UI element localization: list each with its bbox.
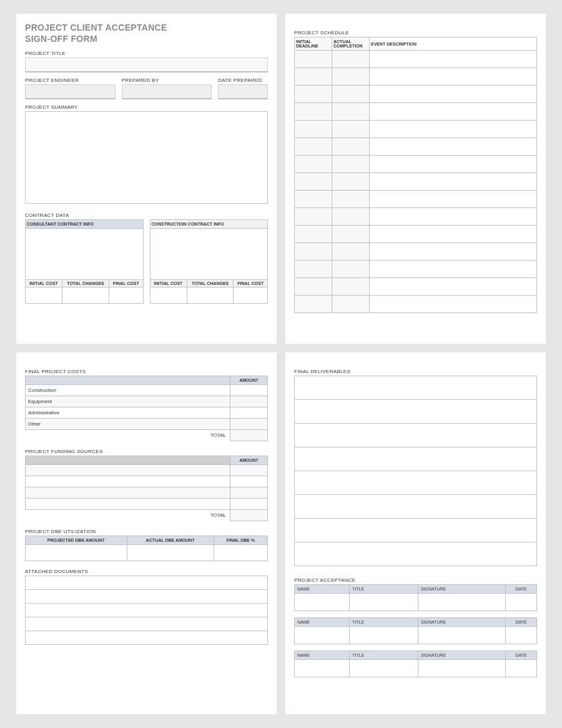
acceptance-date-value[interactable] bbox=[506, 660, 537, 677]
attached-document-row[interactable] bbox=[26, 617, 268, 631]
schedule-initial-deadline[interactable] bbox=[295, 156, 332, 173]
funding-source-label[interactable] bbox=[26, 476, 230, 487]
schedule-initial-deadline[interactable] bbox=[295, 208, 332, 226]
schedule-actual-completion[interactable] bbox=[332, 261, 370, 278]
schedule-event-description[interactable] bbox=[370, 261, 537, 278]
cost-row-amount[interactable] bbox=[230, 419, 268, 430]
schedule-initial-deadline[interactable] bbox=[295, 51, 332, 68]
schedule-actual-completion[interactable] bbox=[332, 173, 370, 191]
cost-row-amount[interactable] bbox=[230, 407, 268, 419]
schedule-actual-completion[interactable] bbox=[332, 296, 370, 313]
funding-total-value[interactable] bbox=[230, 510, 268, 521]
schedule-initial-deadline[interactable] bbox=[295, 173, 332, 191]
schedule-actual-completion[interactable] bbox=[332, 86, 370, 103]
acceptance-signature-value[interactable] bbox=[418, 594, 506, 611]
cost-row-amount[interactable] bbox=[230, 396, 268, 407]
schedule-actual-completion[interactable] bbox=[332, 208, 370, 226]
schedule-event-description[interactable] bbox=[370, 278, 537, 296]
attached-document-row[interactable] bbox=[26, 631, 268, 645]
deliverable-row[interactable] bbox=[295, 424, 537, 447]
schedule-event-description[interactable] bbox=[370, 86, 537, 103]
schedule-actual-completion[interactable] bbox=[332, 191, 370, 208]
schedule-actual-completion[interactable] bbox=[332, 51, 370, 68]
construction-initial-cost[interactable] bbox=[150, 287, 187, 304]
schedule-actual-completion[interactable] bbox=[332, 226, 370, 243]
schedule-actual-completion[interactable] bbox=[332, 103, 370, 121]
deliverable-row[interactable] bbox=[295, 376, 537, 400]
schedule-initial-deadline[interactable] bbox=[295, 261, 332, 278]
deliverable-row[interactable] bbox=[295, 495, 537, 519]
funding-source-amount[interactable] bbox=[230, 499, 268, 510]
schedule-event-description[interactable] bbox=[370, 191, 537, 208]
funding-source-label[interactable] bbox=[26, 499, 230, 510]
schedule-event-description[interactable] bbox=[370, 243, 537, 261]
attached-document-row[interactable] bbox=[26, 590, 268, 604]
acceptance-signature-value[interactable] bbox=[418, 627, 506, 644]
schedule-initial-deadline[interactable] bbox=[295, 296, 332, 313]
acceptance-name-value[interactable] bbox=[295, 660, 350, 677]
schedule-initial-deadline[interactable] bbox=[295, 243, 332, 261]
acceptance-title-value[interactable] bbox=[350, 660, 418, 677]
schedule-actual-completion[interactable] bbox=[332, 243, 370, 261]
cost-row-amount[interactable] bbox=[230, 385, 268, 396]
schedule-initial-deadline[interactable] bbox=[295, 138, 332, 156]
acceptance-title-value[interactable] bbox=[350, 627, 418, 644]
schedule-event-description[interactable] bbox=[370, 103, 537, 121]
schedule-event-description[interactable] bbox=[370, 226, 537, 243]
schedule-actual-completion[interactable] bbox=[332, 121, 370, 138]
attached-document-row[interactable] bbox=[26, 604, 268, 617]
schedule-event-description[interactable] bbox=[370, 138, 537, 156]
prepared-by-input[interactable] bbox=[122, 84, 212, 99]
acceptance-date-value[interactable] bbox=[506, 627, 537, 644]
schedule-actual-completion[interactable] bbox=[332, 278, 370, 296]
acceptance-name-value[interactable] bbox=[295, 594, 350, 611]
deliverable-row[interactable] bbox=[295, 471, 537, 495]
schedule-initial-deadline[interactable] bbox=[295, 278, 332, 296]
schedule-event-description[interactable] bbox=[370, 173, 537, 191]
consultant-info-cell[interactable] bbox=[26, 229, 144, 280]
projected-dbe-value[interactable] bbox=[26, 545, 127, 561]
schedule-actual-completion[interactable] bbox=[332, 68, 370, 86]
acceptance-name-value[interactable] bbox=[295, 627, 350, 644]
schedule-event-description[interactable] bbox=[370, 208, 537, 226]
deliverable-row[interactable] bbox=[295, 447, 537, 471]
acceptance-signature-value[interactable] bbox=[418, 660, 506, 677]
consultant-total-changes[interactable] bbox=[62, 287, 109, 304]
project-engineer-input[interactable] bbox=[25, 84, 116, 99]
costs-total-value[interactable] bbox=[230, 430, 268, 441]
schedule-event-description[interactable] bbox=[370, 121, 537, 138]
schedule-initial-deadline[interactable] bbox=[295, 68, 332, 86]
acceptance-title-value[interactable] bbox=[350, 594, 418, 611]
project-summary-input[interactable] bbox=[25, 111, 268, 204]
funding-source-amount[interactable] bbox=[230, 487, 268, 499]
deliverable-row[interactable] bbox=[295, 542, 537, 566]
schedule-initial-deadline[interactable] bbox=[295, 191, 332, 208]
attached-document-row[interactable] bbox=[26, 576, 268, 590]
funding-source-amount[interactable] bbox=[230, 476, 268, 487]
project-title-input[interactable] bbox=[25, 57, 268, 72]
schedule-initial-deadline[interactable] bbox=[295, 121, 332, 138]
funding-source-label[interactable] bbox=[26, 487, 230, 499]
schedule-event-description[interactable] bbox=[370, 51, 537, 68]
schedule-initial-deadline[interactable] bbox=[295, 226, 332, 243]
deliverable-row[interactable] bbox=[295, 519, 537, 542]
schedule-event-description[interactable] bbox=[370, 68, 537, 86]
deliverable-row[interactable] bbox=[295, 400, 537, 424]
construction-total-changes[interactable] bbox=[187, 287, 234, 304]
schedule-initial-deadline[interactable] bbox=[295, 103, 332, 121]
schedule-actual-completion[interactable] bbox=[332, 156, 370, 173]
construction-info-cell[interactable] bbox=[150, 229, 268, 280]
acceptance-date-value[interactable] bbox=[506, 594, 537, 611]
consultant-final-cost[interactable] bbox=[109, 287, 143, 304]
schedule-actual-completion[interactable] bbox=[332, 138, 370, 156]
final-dbe-pct-value[interactable] bbox=[214, 545, 267, 561]
construction-final-cost[interactable] bbox=[234, 287, 268, 304]
schedule-event-description[interactable] bbox=[370, 156, 537, 173]
schedule-event-description[interactable] bbox=[370, 296, 537, 313]
actual-dbe-value[interactable] bbox=[127, 545, 214, 561]
date-prepared-input[interactable] bbox=[218, 84, 268, 99]
schedule-initial-deadline[interactable] bbox=[295, 86, 332, 103]
consultant-initial-cost[interactable] bbox=[26, 287, 62, 304]
funding-source-amount[interactable] bbox=[230, 465, 268, 476]
funding-source-label[interactable] bbox=[26, 465, 230, 476]
